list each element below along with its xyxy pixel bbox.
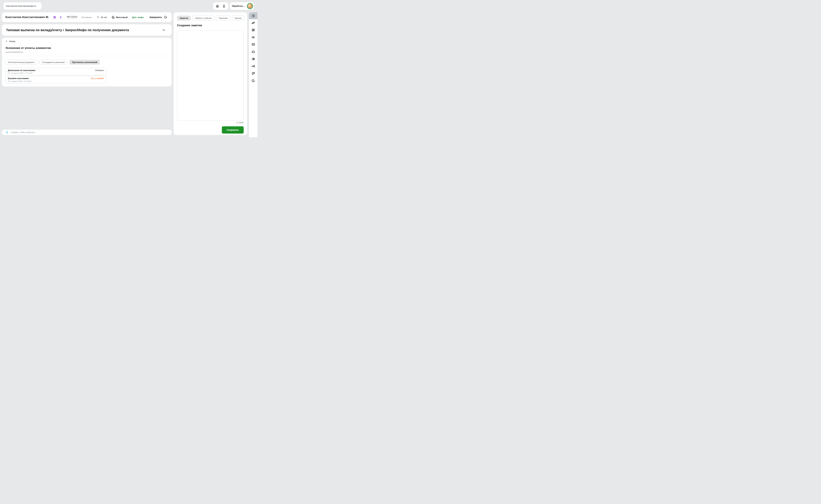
back-button[interactable]: Назад (5, 40, 15, 42)
workspace-switcher[interactable]: Обработка кей… (230, 2, 254, 10)
sidebar-item-wallet[interactable] (249, 41, 258, 48)
coin-lines-icon (252, 57, 255, 61)
case-detail-card: Назад Уклонение от уплаты алиментов 4444… (2, 38, 171, 86)
chevron-left-icon (5, 40, 8, 42)
assistant-input[interactable] (11, 131, 169, 134)
tab-case-work[interactable]: Работа с кейсом (192, 16, 214, 21)
tools-sidebar (249, 12, 258, 137)
tab-execution-protocols[interactable]: Протоколы исполнений (69, 60, 100, 65)
status-badge: Есть ошибки (91, 77, 104, 80)
more-info-link[interactable]: Доп. инфа (132, 16, 143, 19)
client-tab-label: Константин Константинович К. (6, 5, 36, 7)
protocol-row[interactable]: Базовое взыскание Есть ошибки От 1 марта… (5, 76, 106, 83)
chevron-down-icon[interactable] (162, 28, 166, 32)
home-icon[interactable] (216, 4, 220, 8)
client-header-card: Константин Константинович М. МП СБОЛ Осн… (2, 12, 171, 22)
gift-icon[interactable] (53, 15, 56, 19)
hierarchy-icon (252, 64, 255, 68)
tiger-avatar (247, 3, 253, 9)
list-icon (252, 14, 255, 18)
case-title-bar[interactable]: Типовая выписка по вкладу/счету • Запрос… (2, 24, 171, 36)
exit-icon (164, 15, 167, 19)
top-nav-card (213, 2, 228, 10)
client-tab-pill[interactable]: Константин Константинович К. (3, 2, 42, 10)
tab-executive-document[interactable]: Исполнительный документ (5, 60, 37, 65)
sidebar-item-chats[interactable] (249, 70, 258, 77)
sidebar-item-sound[interactable] (249, 34, 258, 41)
sidebar-item-hierarchy[interactable] (249, 63, 258, 70)
note-heading: Создание заметки (177, 24, 202, 27)
channel-link[interactable]: МП СБОЛ (67, 16, 77, 19)
sidebar-item-list[interactable] (249, 12, 258, 19)
sidebar-item-done[interactable] (249, 77, 258, 84)
profile-type-label: Основная (81, 16, 92, 19)
person-age-icon (96, 15, 99, 19)
candy-icon (252, 21, 255, 25)
chat-bubbles-icon (252, 72, 255, 75)
tab-note[interactable]: Заметка (177, 16, 191, 21)
char-counter: 0 / 5000 (237, 122, 244, 124)
incident-number: 444400099990876 (5, 51, 23, 53)
tab-solidary-debtors[interactable]: Солидарные должники (39, 60, 67, 65)
protocol-row[interactable]: Дописание по взысканию Успешно От 12 мар… (5, 68, 106, 75)
assistant-bar (2, 130, 171, 135)
client-age: 26 лет (96, 15, 107, 19)
save-button[interactable]: Сохранить (222, 126, 244, 134)
note-panel-tabs: Заметка Работа с кейсом Тематика Звонок (177, 16, 244, 21)
workspace-label: Обработка кей… (232, 5, 246, 7)
speaker-icon (252, 35, 255, 39)
lightning-icon[interactable] (59, 15, 63, 19)
status-badge: Успешно (95, 69, 104, 72)
gauge-icon (252, 50, 255, 54)
tab-topic[interactable]: Тематика (216, 16, 231, 21)
message-list-icon (252, 28, 255, 32)
wallet-icon (252, 43, 255, 46)
sidebar-item-gauge[interactable] (249, 48, 258, 55)
sidebar-item-candy[interactable] (249, 19, 258, 26)
case-title: Типовая выписка по вкладу/счету • Запрос… (6, 28, 162, 32)
segment-check-icon (111, 16, 115, 19)
client-name: Константин Константинович М. (5, 16, 49, 19)
note-panel: Заметка Работа с кейсом Тематика Звонок … (173, 12, 247, 135)
tab-call[interactable]: Звонок (232, 16, 244, 21)
assistant-icon (6, 131, 8, 134)
sidebar-item-coin[interactable] (249, 55, 258, 63)
note-textarea[interactable] (177, 30, 244, 121)
check-circle-icon (252, 79, 255, 83)
incident-title: Уклонение от уплаты алиментов (5, 46, 51, 50)
finish-button[interactable]: Завершить (149, 15, 167, 19)
sidebar-item-notes[interactable] (249, 26, 258, 34)
detail-tabs: Исполнительный документ Солидарные должн… (5, 60, 100, 65)
profile-icon[interactable] (222, 4, 226, 8)
segment-badge: Массовый (111, 16, 127, 19)
